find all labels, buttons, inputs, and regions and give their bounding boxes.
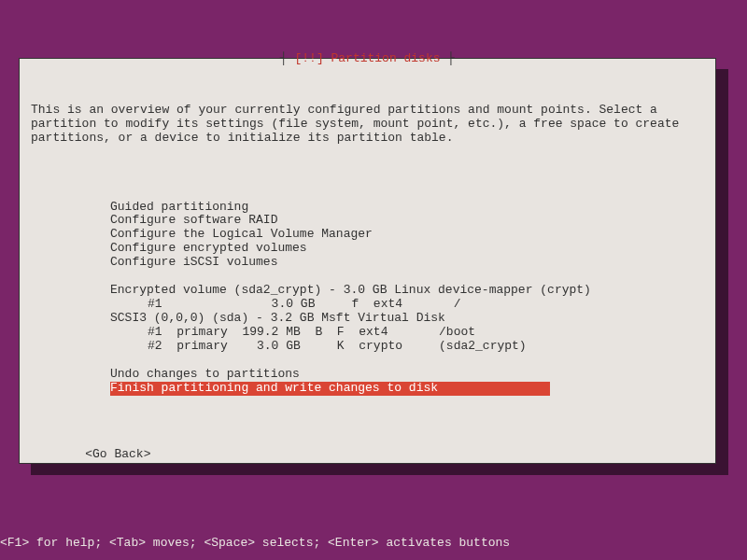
partition-row[interactable]: #1 3.0 GB f ext4 / — [148, 298, 704, 312]
menu-item-config[interactable]: Configure the Logical Volume Manager — [110, 228, 704, 242]
blank-spacer — [110, 354, 704, 368]
instructions-text: This is an overview of your currently co… — [31, 104, 704, 146]
title-prefix: ┤ — [280, 51, 295, 65]
menu-item-finish[interactable]: Finish partitioning and write changes to… — [110, 382, 550, 396]
go-back-button[interactable]: <Go Back> — [85, 448, 150, 462]
partition-row[interactable]: #2 primary 3.0 GB K crypto (sda2_crypt) — [148, 340, 704, 354]
menu-item-config[interactable]: Guided partitioning — [110, 201, 704, 215]
menu-item-config[interactable]: Configure encrypted volumes — [110, 242, 704, 256]
dialog-content: This is an overview of your currently co… — [20, 59, 715, 487]
menu-item-config[interactable]: Configure software RAID — [110, 214, 704, 228]
device-header[interactable]: SCSI3 (0,0,0) (sda) - 3.2 GB Msft Virtua… — [110, 312, 704, 326]
device-header[interactable]: Encrypted volume (sda2_crypt) - 3.0 GB L… — [110, 284, 704, 298]
title-suffix: ├ — [441, 51, 456, 65]
menu-item-config[interactable]: Configure iSCSI volumes — [110, 256, 704, 270]
menu-item-undo[interactable]: Undo changes to partitions — [110, 368, 704, 382]
footer-help-text: <F1> for help; <Tab> moves; <Space> sele… — [0, 537, 510, 551]
partition-dialog: ┤ [!!] Partition disks ├ This is an over… — [19, 58, 716, 464]
dialog-title-bar: ┤ [!!] Partition disks ├ — [20, 52, 715, 66]
blank-spacer — [110, 270, 704, 284]
menu-list: Guided partitioningConfigure software RA… — [110, 201, 704, 396]
dialog-title: [!!] Partition disks — [294, 51, 440, 65]
partition-row[interactable]: #1 primary 199.2 MB B F ext4 /boot — [148, 326, 704, 340]
